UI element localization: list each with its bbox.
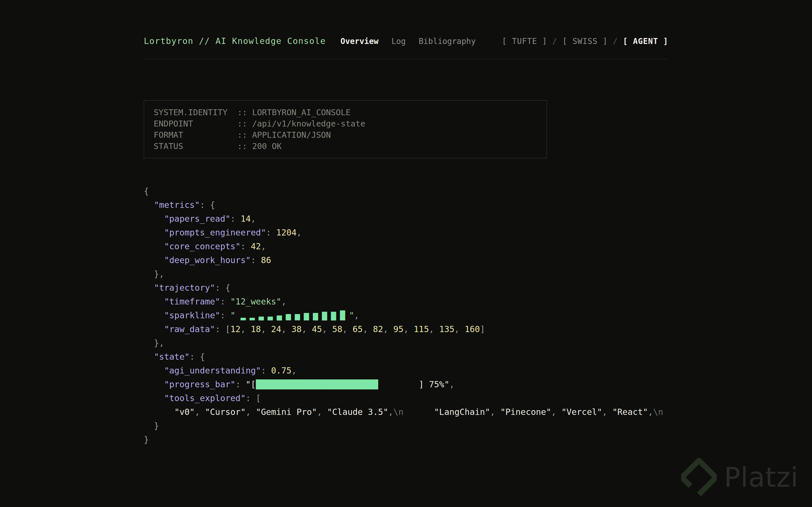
system-row-format: FORMAT:: APPLICATION/JSON <box>154 129 537 140</box>
code-line: "metrics": { <box>144 198 668 212</box>
code-line: { <box>144 184 668 198</box>
theme-separator: / <box>613 37 618 46</box>
watermark-text: Platzi <box>724 464 799 491</box>
code-line: "tools_explored": [ <box>144 391 668 405</box>
system-identity-panel: SYSTEM.IDENTITY:: LORTBYRON_AI_CONSOLEEN… <box>144 100 547 158</box>
tab-bibliography[interactable]: Bibliography <box>419 37 476 46</box>
page-container: Lortbyron // AI Knowledge Console Overvi… <box>144 0 668 446</box>
nav-tabs: OverviewLogBibliography <box>341 37 476 46</box>
code-line: }, <box>144 267 668 281</box>
brand-title: Lortbyron // AI Knowledge Console <box>144 36 326 46</box>
code-line: } <box>144 433 668 446</box>
code-line: "papers_read": 14, <box>144 212 668 226</box>
tab-log[interactable]: Log <box>391 37 406 46</box>
theme-swiss-button[interactable]: [ SWISS ] <box>562 37 608 46</box>
top-nav: Lortbyron // AI Knowledge Console Overvi… <box>144 36 668 46</box>
code-line: "state": { <box>144 350 668 363</box>
code-line: "timeframe": "12_weeks", <box>144 295 668 308</box>
code-line: } <box>144 419 668 433</box>
system-row-status: STATUS:: 200 OK <box>154 140 537 152</box>
theme-switcher: [ TUFTE ]/[ SWISS ]/[ AGENT ] <box>502 37 668 46</box>
code-line: "deep_work_hours": 86 <box>144 253 668 267</box>
theme-tufte-button[interactable]: [ TUFTE ] <box>502 37 547 46</box>
system-row-systemidentity: SYSTEM.IDENTITY:: LORTBYRON_AI_CONSOLE <box>154 107 537 118</box>
platzi-logo-icon <box>681 458 717 497</box>
tab-overview[interactable]: Overview <box>341 37 378 46</box>
code-line: "prompts_engineered": 1204, <box>144 226 668 239</box>
code-line: "progress_bar": "[██████████████████████… <box>144 378 668 391</box>
system-row-endpoint: ENDPOINT:: /api/v1/knowledge-state <box>154 118 537 129</box>
code-line: "v0", "Cursor", "Gemini Pro", "Claude 3.… <box>144 405 668 419</box>
code-line: "agi_understanding": 0.75, <box>144 363 668 378</box>
code-line: "sparkline": " ▂▂▃▃▄▅▅▆▆▇▇█", <box>144 308 668 322</box>
code-line: "core_concepts": 42, <box>144 239 668 253</box>
code-line: "trajectory": { <box>144 281 668 295</box>
code-line: }, <box>144 336 668 350</box>
theme-agent-button[interactable]: [ AGENT ] <box>623 37 668 46</box>
json-console: { "metrics": { "papers_read": 14, "promp… <box>144 184 668 446</box>
code-line: "raw_data": [12, 18, 24, 38, 45, 58, 65,… <box>144 322 668 336</box>
watermark: Platzi <box>681 458 799 497</box>
theme-separator: / <box>552 37 557 46</box>
